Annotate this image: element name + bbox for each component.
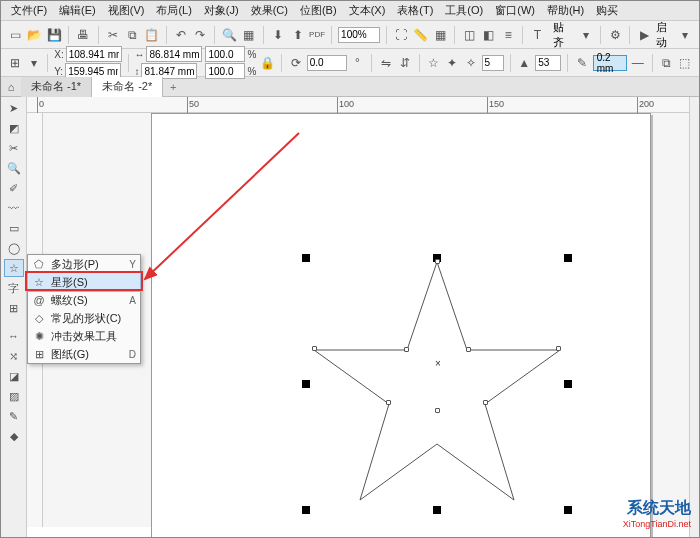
mirror-h-icon[interactable]: ⇋: [378, 53, 394, 73]
wrap-icon[interactable]: ⧉: [658, 53, 674, 73]
handle-nw[interactable]: [302, 254, 310, 262]
print-icon[interactable]: 🖶: [75, 25, 91, 45]
dimension-tool-icon[interactable]: ↔: [4, 327, 24, 345]
fullscreen-icon[interactable]: ⛶: [393, 25, 409, 45]
tab-doc-2[interactable]: 未命名 -2*: [92, 77, 163, 97]
right-docker-edge[interactable]: [689, 97, 699, 537]
handle-sw[interactable]: [302, 506, 310, 514]
image-icon[interactable]: ▦: [241, 25, 257, 45]
new-icon[interactable]: ▭: [7, 25, 23, 45]
text-tool-icon[interactable]: 字: [4, 279, 24, 297]
freehand-tool-icon[interactable]: ✐: [4, 179, 24, 197]
star-node[interactable]: [312, 346, 317, 351]
home-icon[interactable]: ⌂: [1, 81, 21, 93]
table-tool-icon[interactable]: ⊞: [4, 299, 24, 317]
menu-view[interactable]: 视图(V): [102, 1, 151, 20]
color-icon[interactable]: ◧: [481, 25, 497, 45]
flyout-graph-paper[interactable]: ⊞ 图纸(G) D: [28, 345, 140, 363]
handle-s[interactable]: [433, 506, 441, 514]
menu-text[interactable]: 文本(X): [343, 1, 392, 20]
handle-e[interactable]: [564, 380, 572, 388]
open-icon[interactable]: 📂: [26, 25, 42, 45]
save-icon[interactable]: 💾: [46, 25, 62, 45]
ruler-horizontal[interactable]: 0 50 100 150 200: [27, 97, 689, 113]
flyout-common-shapes[interactable]: ◇ 常见的形状(C): [28, 309, 140, 327]
options-icon[interactable]: ⚙: [607, 25, 623, 45]
transparency-tool-icon[interactable]: ▨: [4, 387, 24, 405]
lock-ratio-icon[interactable]: 🔒: [259, 53, 275, 73]
undo-icon[interactable]: ↶: [173, 25, 189, 45]
flyout-star[interactable]: ☆ 星形(S): [28, 273, 140, 291]
order-icon[interactable]: ⬚: [677, 53, 693, 73]
zoom-tool-icon[interactable]: 🔍: [4, 159, 24, 177]
copy-icon[interactable]: ⧉: [124, 25, 140, 45]
ellipse-tool-icon[interactable]: ◯: [4, 239, 24, 257]
flyout-spiral[interactable]: @ 螺纹(S) A: [28, 291, 140, 309]
search-icon[interactable]: 🔍: [221, 25, 237, 45]
star-node[interactable]: [386, 400, 391, 405]
chevron-down-icon-2[interactable]: ▾: [677, 25, 693, 45]
flyout-polygon[interactable]: ⬠ 多边形(P) Y: [28, 255, 140, 273]
star-node[interactable]: [483, 400, 488, 405]
menu-edit[interactable]: 编辑(E): [53, 1, 102, 20]
cut-icon[interactable]: ✂: [104, 25, 120, 45]
eyedropper-tool-icon[interactable]: ✎: [4, 407, 24, 425]
outline-pen-icon[interactable]: ✎: [574, 53, 590, 73]
rectangle-tool-icon[interactable]: ▭: [4, 219, 24, 237]
menu-file[interactable]: 文件(F): [5, 1, 53, 20]
export-icon[interactable]: ⬆: [289, 25, 305, 45]
width-input[interactable]: [146, 46, 202, 62]
play-icon[interactable]: ▶: [636, 25, 652, 45]
mirror-v-icon[interactable]: ⇵: [397, 53, 413, 73]
menu-layout[interactable]: 布局(L): [150, 1, 197, 20]
tab-add[interactable]: +: [163, 77, 183, 97]
polygon-tool-icon[interactable]: ☆: [4, 259, 24, 277]
redo-icon[interactable]: ↷: [192, 25, 208, 45]
layer-icon[interactable]: ◫: [461, 25, 477, 45]
star-complex-icon[interactable]: ✦: [444, 53, 460, 73]
star-verychevron-icon[interactable]: ✧: [463, 53, 479, 73]
zoom-input[interactable]: [338, 27, 380, 43]
dropshadow-tool-icon[interactable]: ◪: [4, 367, 24, 385]
artistic-tool-icon[interactable]: 〰: [4, 199, 24, 217]
pick-tool-icon[interactable]: ➤: [4, 99, 24, 117]
align-icon[interactable]: ≡: [500, 25, 516, 45]
connector-tool-icon[interactable]: ⤭: [4, 347, 24, 365]
star-outline-icon[interactable]: ☆: [425, 53, 441, 73]
handle-se[interactable]: [564, 506, 572, 514]
paste-icon[interactable]: 📋: [143, 25, 159, 45]
preset-icon[interactable]: ⊞: [7, 53, 23, 73]
text-icon[interactable]: T: [529, 25, 545, 45]
scale-y-input[interactable]: [205, 63, 245, 79]
rotation-input[interactable]: [307, 55, 347, 71]
points-input[interactable]: [482, 55, 504, 71]
handle-w[interactable]: [302, 380, 310, 388]
snap-label[interactable]: 贴齐: [549, 20, 575, 50]
star-node[interactable]: [466, 347, 471, 352]
handle-ne[interactable]: [564, 254, 572, 262]
fill-tool-icon[interactable]: ◆: [4, 427, 24, 445]
star-node[interactable]: [556, 346, 561, 351]
star-node[interactable]: [404, 347, 409, 352]
pdf-icon[interactable]: PDF: [309, 25, 325, 45]
launch-label[interactable]: 启动: [656, 20, 674, 50]
ruler-icon[interactable]: 📏: [412, 25, 428, 45]
outline-style-icon[interactable]: —: [630, 53, 646, 73]
sharpness-input[interactable]: [535, 55, 561, 71]
menu-buy[interactable]: 购买: [590, 1, 624, 20]
menu-effects[interactable]: 效果(C): [245, 1, 294, 20]
menu-help[interactable]: 帮助(H): [541, 1, 590, 20]
tab-doc-1[interactable]: 未命名 -1*: [21, 77, 92, 97]
menu-object[interactable]: 对象(J): [198, 1, 245, 20]
scale-x-input[interactable]: [205, 46, 245, 62]
x-input[interactable]: [66, 46, 122, 62]
grid-icon[interactable]: ▦: [432, 25, 448, 45]
crop-tool-icon[interactable]: ✂: [4, 139, 24, 157]
drawing-page[interactable]: ×: [151, 113, 651, 538]
star-node[interactable]: [435, 408, 440, 413]
star-shape[interactable]: [302, 254, 572, 514]
flyout-impact[interactable]: ✺ 冲击效果工具: [28, 327, 140, 345]
star-node[interactable]: [435, 259, 440, 264]
outline-width-input[interactable]: 0.2 mm: [593, 55, 627, 71]
menu-window[interactable]: 窗口(W): [489, 1, 541, 20]
